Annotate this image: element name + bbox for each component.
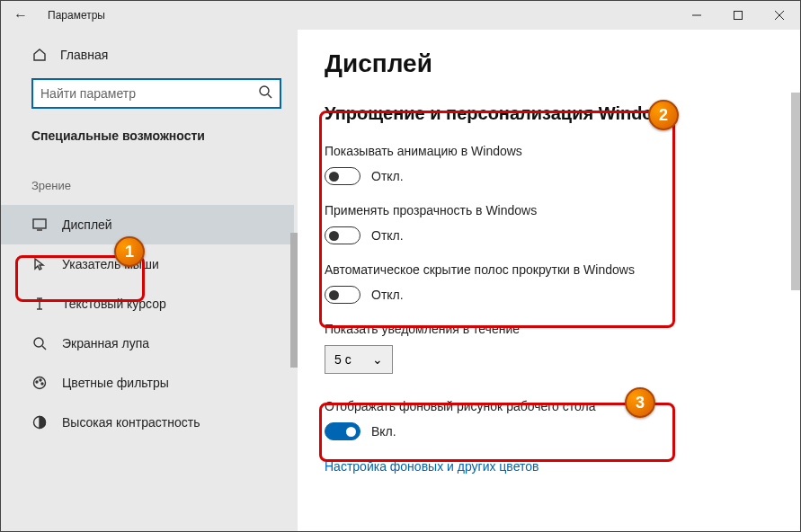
monitor-icon — [31, 217, 48, 232]
notifications-dropdown[interactable]: 5 с ⌄ — [325, 345, 393, 374]
sidebar-item-highcontrast[interactable]: Высокая контрастность — [31, 403, 289, 442]
dropdown-value: 5 с — [334, 352, 352, 367]
toggle-scrollbars-state: Откл. — [371, 288, 404, 302]
svg-line-12 — [42, 346, 46, 350]
svg-point-16 — [41, 383, 43, 385]
minimize-button[interactable] — [676, 1, 717, 30]
svg-point-11 — [34, 338, 43, 347]
badge-2: 2 — [648, 100, 679, 130]
section-title: Специальные возможности — [31, 129, 289, 143]
toggle-scrollbars[interactable] — [325, 286, 360, 304]
page-heading: Дисплей — [325, 49, 780, 78]
sidebar: Главная Найти параметр Специальные возмо… — [1, 30, 298, 531]
svg-point-4 — [260, 86, 269, 95]
badge-1: 1 — [114, 236, 145, 267]
settings-window: ← Параметры Главная — [0, 0, 801, 532]
badge-3: 3 — [625, 387, 655, 418]
search-placeholder: Найти параметр — [40, 86, 258, 101]
sidebar-item-display[interactable]: Дисплей — [1, 205, 294, 244]
main-scrollbar[interactable] — [791, 93, 800, 290]
chevron-down-icon: ⌄ — [372, 352, 383, 367]
maximize-button[interactable] — [717, 1, 759, 30]
toggle-wallpaper-state: Вкл. — [371, 424, 396, 439]
sidebar-item-label: Указатель мыши — [62, 257, 159, 271]
svg-point-13 — [34, 377, 46, 389]
sidebar-item-label: Высокая контрастность — [62, 415, 200, 430]
home-label: Главная — [60, 48, 108, 62]
svg-point-14 — [36, 381, 38, 383]
search-icon — [258, 84, 272, 102]
window-controls — [676, 1, 800, 30]
toggle-animations[interactable] — [325, 167, 360, 185]
sidebar-item-colorfilters[interactable]: Цветные фильтры — [31, 363, 289, 403]
search-input[interactable]: Найти параметр — [31, 78, 281, 109]
colors-link[interactable]: Настройка фоновых и других цветов — [325, 459, 538, 474]
toggle-animations-state: Откл. — [371, 169, 404, 183]
svg-point-15 — [40, 379, 41, 381]
svg-rect-1 — [734, 12, 743, 20]
sidebar-item-label: Текстовый курсор — [62, 297, 166, 311]
main-pane: Дисплей Упрощение и персонализация Windo… — [298, 30, 800, 531]
svg-line-5 — [268, 94, 271, 98]
close-button[interactable] — [759, 1, 800, 30]
svg-rect-6 — [33, 219, 46, 228]
setting-animations-label: Показывать анимацию в Windows — [325, 144, 780, 158]
setting-scrollbars-label: Автоматическое скрытие полос прокрутки в… — [325, 262, 780, 277]
pointer-icon — [31, 257, 48, 271]
setting-notifications-label: Показать уведомления в течение — [325, 322, 780, 336]
sidebar-item-cursor[interactable]: Указатель мыши — [31, 244, 289, 284]
toggle-transparency-state: Откл. — [371, 228, 404, 243]
home-link[interactable]: Главная — [31, 48, 289, 62]
back-icon[interactable]: ← — [13, 7, 28, 23]
sidebar-item-magnifier[interactable]: Экранная лупа — [31, 324, 289, 363]
window-title: Параметры — [48, 9, 105, 22]
page-subheading: Упрощение и персонализация Windows — [325, 103, 780, 124]
setting-wallpaper-label: Отображать фоновый рисунок рабочего стол… — [325, 399, 780, 413]
toggle-wallpaper[interactable] — [325, 422, 360, 440]
magnifier-icon — [31, 336, 48, 350]
home-icon — [31, 48, 48, 62]
titlebar: ← Параметры — [1, 1, 800, 30]
sidebar-item-textcursor[interactable]: Текстовый курсор — [31, 284, 289, 324]
contrast-icon — [31, 415, 48, 430]
toggle-transparency[interactable] — [325, 226, 360, 244]
sidebar-scrollbar[interactable] — [290, 233, 298, 368]
sidebar-item-label: Экранная лупа — [62, 336, 149, 350]
palette-icon — [31, 376, 48, 390]
text-cursor-icon — [31, 297, 48, 311]
setting-transparency-label: Применять прозрачность в Windows — [325, 203, 780, 217]
sidebar-item-label: Дисплей — [62, 217, 112, 232]
sidebar-item-label: Цветные фильтры — [62, 376, 169, 390]
group-label: Зрение — [31, 179, 289, 192]
